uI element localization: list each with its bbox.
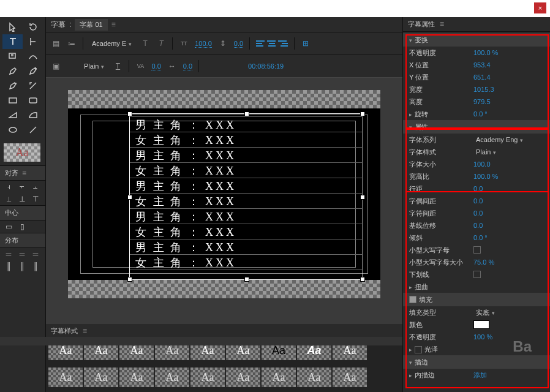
style-thumb[interactable]: Aa	[84, 368, 118, 387]
kerning-input[interactable]: 0.0	[151, 62, 160, 70]
section-stroke[interactable]: 描边	[403, 355, 550, 369]
leading-value[interactable]: 0.0	[473, 185, 483, 192]
rectangle-tool[interactable]	[2, 93, 23, 108]
handle-s[interactable]	[244, 277, 249, 282]
color-swatch[interactable]: Aa	[4, 143, 40, 162]
ellipse-tool[interactable]	[2, 123, 23, 137]
style-thumb[interactable]: Aa	[48, 368, 83, 387]
center-v[interactable]: ▯	[17, 222, 27, 232]
height-value[interactable]: 979.5	[473, 98, 491, 105]
align-center-button[interactable]	[267, 39, 277, 48]
align-v-mid[interactable]: ⊥	[17, 194, 27, 204]
font-family-dropdown[interactable]: Academy E	[89, 39, 134, 48]
menu-icon[interactable]	[440, 20, 446, 29]
style-thumb[interactable]: Aa	[297, 368, 331, 387]
title-line[interactable]: 男 主 角 ： XXX	[135, 179, 236, 194]
title-line[interactable]: 女 主 角 ： XXX	[135, 194, 236, 209]
style-thumb[interactable]: Aa	[119, 368, 154, 387]
pen-delete-tool[interactable]	[2, 78, 23, 93]
roll-crawl-icon[interactable]: ≔	[67, 39, 77, 48]
underline-checkbox[interactable]	[473, 271, 481, 278]
section-fill[interactable]: 填充	[403, 293, 550, 306]
rotate-tool[interactable]	[23, 20, 43, 34]
pen-add-tool[interactable]	[23, 64, 43, 78]
canvas-area[interactable]: 男 主 角 ： XXX女 主 角 ： XXX男 主 角 ： XXX女 主 角 ：…	[46, 78, 402, 324]
font-style-dropdown[interactable]: Plain	[81, 62, 107, 70]
align-left-button[interactable]	[256, 39, 266, 48]
fsize-value[interactable]: 100.0	[473, 160, 491, 168]
menu-icon[interactable]	[111, 20, 118, 29]
align-v-bot[interactable]: ⊤	[31, 194, 40, 204]
title-line[interactable]: 男 主 角 ： XXX	[135, 240, 236, 255]
regular-t-icon[interactable]: T	[140, 39, 150, 48]
handle-n[interactable]	[244, 111, 249, 116]
menu-icon[interactable]	[22, 169, 28, 178]
close-button[interactable]: ×	[534, 2, 546, 13]
rotate-value[interactable]: 0.0 °	[473, 110, 488, 118]
arc-tool[interactable]	[23, 108, 43, 123]
type-tool[interactable]	[2, 34, 23, 49]
italic-t-icon[interactable]: T	[156, 39, 166, 48]
align-h-left[interactable]: ⫞	[4, 182, 13, 192]
path-type-tool[interactable]	[23, 49, 43, 64]
opacity-value[interactable]: 100.0 %	[473, 49, 498, 56]
dist-1[interactable]: ═	[4, 249, 13, 259]
rounded-rect-tool[interactable]	[23, 93, 43, 108]
section-transform[interactable]: 变换	[403, 33, 550, 47]
kerning-value[interactable]: 0.0	[473, 197, 483, 205]
dist-2[interactable]: ═	[17, 249, 27, 259]
style-thumb[interactable]: Aa	[190, 368, 225, 387]
dist-4[interactable]: ║	[4, 262, 13, 271]
align-h-right[interactable]: ⫠	[31, 182, 40, 192]
handle-e[interactable]	[360, 195, 365, 200]
area-type-tool[interactable]	[2, 49, 23, 64]
document-tab[interactable]: 字幕 01	[75, 19, 107, 31]
section-props[interactable]: 属性	[403, 120, 550, 134]
handle-ne[interactable]	[360, 111, 365, 116]
align-v-top[interactable]: ⟂	[4, 194, 13, 204]
dist-6[interactable]: ║	[31, 262, 40, 271]
style-thumb[interactable]: Aa	[333, 368, 367, 387]
title-line[interactable]: 男 主 角 ： XXX	[135, 209, 236, 225]
smallcaps-size-value[interactable]: 75.0 %	[473, 258, 494, 266]
tracking-input[interactable]: 0.0	[183, 62, 192, 70]
dist-3[interactable]: ═	[31, 249, 40, 259]
tracking-value[interactable]: 0.0	[473, 209, 483, 217]
smallcaps-checkbox[interactable]	[473, 246, 481, 254]
baseline-value[interactable]: 0.0	[473, 222, 483, 229]
handle-w[interactable]	[127, 195, 132, 200]
tab-stops-icon[interactable]: ⊞	[301, 39, 311, 48]
menu-icon[interactable]	[83, 326, 89, 336]
center-h[interactable]: ▭	[4, 222, 13, 232]
title-line[interactable]: 女 主 角 ： XXX	[135, 164, 236, 179]
underline-icon[interactable]: T	[113, 61, 122, 71]
filltype-dropdown[interactable]: 实底	[473, 307, 497, 318]
font-size-input[interactable]: 100.0	[195, 40, 212, 48]
fstyle-dropdown[interactable]: Plain	[473, 148, 499, 156]
align-h-center[interactable]: ⫟	[17, 182, 27, 192]
title-line[interactable]: 女 主 角 ： XXX	[135, 225, 236, 240]
show-video-icon[interactable]: ▣	[51, 61, 61, 71]
title-line[interactable]: 男 主 角 ： XXX	[135, 148, 236, 164]
xpos-value[interactable]: 953.4	[473, 61, 491, 69]
width-value[interactable]: 1015.3	[473, 86, 494, 93]
ffamily-dropdown[interactable]: Academy Eng	[473, 135, 526, 144]
color-chip[interactable]	[473, 320, 489, 329]
vertical-type-tool[interactable]	[23, 34, 43, 49]
selection-tool[interactable]	[2, 20, 23, 34]
handle-nw[interactable]	[127, 111, 132, 116]
title-line[interactable]: 男 主 角 ： XXX	[135, 118, 236, 133]
ypos-value[interactable]: 651.4	[473, 74, 491, 81]
convert-point-tool[interactable]	[23, 78, 43, 93]
canvas[interactable]: 男 主 角 ： XXX女 主 角 ： XXX男 主 角 ： XXX女 主 角 ：…	[68, 90, 380, 298]
line-tool[interactable]	[23, 123, 43, 137]
style-thumb[interactable]: Aa	[155, 368, 189, 387]
leading-input[interactable]: 0.0	[234, 40, 243, 48]
handle-se[interactable]	[360, 277, 365, 282]
inner-stroke-add[interactable]: 添加	[473, 371, 487, 380]
templates-icon[interactable]: ▤	[51, 39, 61, 48]
align-right-button[interactable]	[278, 39, 288, 48]
style-thumb[interactable]: Aa	[262, 368, 296, 387]
fill-opacity-value[interactable]: 100 %	[473, 333, 492, 341]
title-line[interactable]: 女 主 角 ： XXX	[135, 133, 236, 148]
